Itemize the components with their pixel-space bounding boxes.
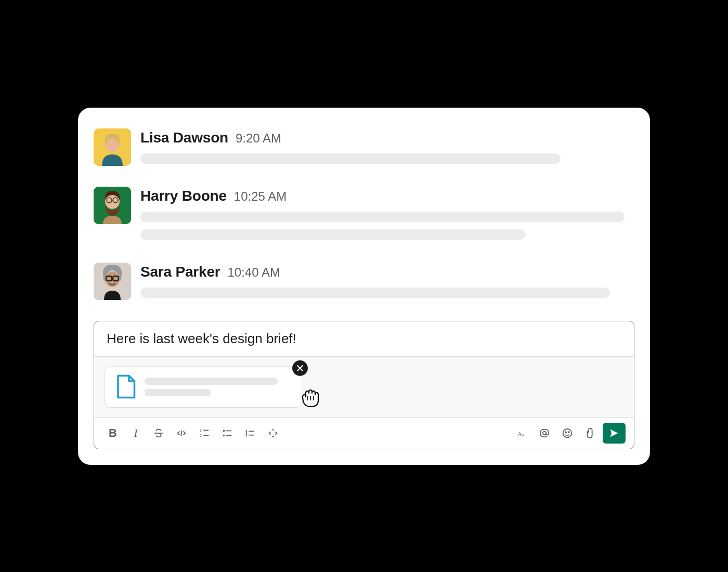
code-block-button[interactable] (263, 423, 283, 444)
chat-window: Lisa Dawson 9:20 AM Harry Boone 10:25 AM… (78, 108, 650, 465)
composer-toolbar: B I 12 Aa (94, 417, 634, 449)
svg-line-16 (181, 430, 182, 436)
svg-text:1: 1 (200, 428, 202, 433)
message-text-placeholder (140, 212, 625, 222)
svg-text:a: a (522, 432, 524, 437)
svg-rect-23 (226, 430, 231, 431)
italic-button[interactable]: I (125, 423, 146, 444)
message-body: Sara Parker 10:40 AM (140, 263, 634, 305)
mention-button[interactable] (534, 423, 555, 444)
avatar[interactable] (94, 263, 131, 300)
svg-rect-24 (226, 435, 231, 436)
bullet-list-button[interactable] (217, 423, 238, 444)
svg-point-21 (223, 430, 225, 432)
strikethrough-button[interactable] (148, 423, 169, 444)
message-author[interactable]: Sara Parker (140, 264, 220, 280)
svg-point-33 (563, 428, 572, 437)
message-row: Harry Boone 10:25 AM (94, 187, 634, 247)
ordered-list-button[interactable]: 12 (194, 423, 215, 444)
message-timestamp: 9:20 AM (236, 131, 281, 146)
avatar[interactable] (94, 128, 131, 166)
message-body: Harry Boone 10:25 AM (140, 187, 634, 247)
message-text-placeholder (140, 153, 561, 164)
formatting-toggle-button[interactable]: Aa (511, 423, 532, 444)
remove-attachment-button[interactable] (292, 360, 308, 376)
attachment-chip[interactable] (105, 366, 302, 408)
svg-text:2: 2 (200, 433, 202, 438)
svg-point-34 (565, 432, 566, 433)
svg-point-32 (543, 431, 546, 434)
message-composer: Here is last week's design brief! (94, 321, 634, 449)
message-row: Lisa Dawson 9:20 AM (94, 128, 634, 171)
message-row: Sara Parker 10:40 AM (94, 263, 634, 305)
bold-button[interactable]: B (102, 423, 123, 444)
attach-button[interactable] (580, 423, 601, 444)
message-timestamp: 10:40 AM (227, 265, 280, 280)
code-button[interactable] (171, 423, 192, 444)
blockquote-button[interactable] (240, 423, 261, 444)
avatar[interactable] (94, 187, 131, 224)
svg-point-35 (568, 432, 569, 433)
attachment-area (94, 356, 634, 417)
message-text-placeholder (140, 229, 526, 240)
message-body: Lisa Dawson 9:20 AM (140, 128, 634, 171)
message-timestamp: 10:25 AM (234, 189, 287, 204)
message-author[interactable]: Lisa Dawson (140, 129, 228, 146)
file-icon (114, 374, 136, 400)
emoji-button[interactable] (557, 423, 578, 444)
message-text-placeholder (140, 288, 610, 298)
send-button[interactable] (603, 423, 626, 444)
composer-input[interactable]: Here is last week's design brief! (94, 321, 634, 356)
attachment-filename-placeholder (145, 378, 292, 396)
message-author[interactable]: Harry Boone (140, 188, 227, 204)
svg-point-22 (223, 434, 225, 436)
